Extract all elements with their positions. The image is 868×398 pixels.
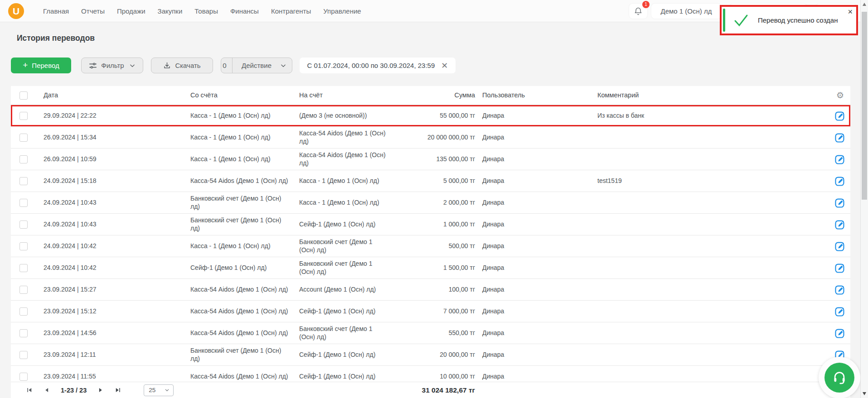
cell-amount: 550,00 тг <box>394 329 475 337</box>
table-row[interactable]: 24.09.2024 | 10:42Касса - 1 (Демо 1 (Осн… <box>11 235 850 257</box>
table-row[interactable]: 29.09.2024 | 22:22Касса - 1 (Демо 1 (Осн… <box>11 105 850 127</box>
row-checkbox[interactable] <box>19 351 28 359</box>
cell-date: 23.09.2024 | 14:56 <box>36 329 190 337</box>
cell-to-account: Банковский счет (Демо 1 (Осн) лд) <box>299 238 394 254</box>
table-row[interactable]: 24.09.2024 | 15:18Касса-54 Aidos (Демо 1… <box>11 170 850 192</box>
edit-icon[interactable] <box>834 262 846 274</box>
cell-amount: 20 000 000,00 тг <box>394 134 475 142</box>
support-chat-halo <box>819 357 860 398</box>
filter-button[interactable]: Фильтр <box>81 58 143 73</box>
column-header-user[interactable]: Пользователь <box>475 91 597 99</box>
edit-icon[interactable] <box>834 197 846 209</box>
scrollbar-thumb[interactable] <box>862 12 867 200</box>
row-checkbox[interactable] <box>19 373 28 381</box>
app-window: U ГлавнаяОтчетыПродажиЗакупкиТоварыФинан… <box>0 0 868 398</box>
filter-icon <box>89 62 97 70</box>
company-selector[interactable]: Демо 1 (Осн) лд <box>651 4 721 19</box>
row-checkbox-cell <box>11 329 36 337</box>
table-row[interactable]: 24.09.2024 | 10:43Банковский счет (Демо … <box>11 192 850 214</box>
nav-item-0[interactable]: Главная <box>43 7 69 15</box>
first-page-button[interactable] <box>26 387 33 393</box>
table-row[interactable]: 23.09.2024 | 12:11Банковский счет (Демо … <box>11 344 850 366</box>
cell-to-account: Касса - 1 (Демо 1 (Осн) лд) <box>299 177 394 185</box>
edit-icon[interactable] <box>834 110 846 122</box>
nav-item-6[interactable]: Контрагенты <box>271 7 311 15</box>
edit-icon[interactable] <box>834 240 846 252</box>
cell-date: 24.09.2024 | 10:43 <box>36 199 190 207</box>
nav-item-3[interactable]: Закупки <box>158 7 183 15</box>
cell-to-account: Банковский счет (Демо 1 (Осн) лд) <box>299 260 394 276</box>
edit-icon[interactable] <box>834 153 846 165</box>
clear-date-filter-icon[interactable]: ✕ <box>441 62 448 70</box>
edit-icon[interactable] <box>834 219 846 230</box>
next-page-button[interactable] <box>97 387 103 393</box>
cell-to-account: Банковский счет (Демо 1 (Осн) лд) <box>299 325 394 341</box>
toast-close-button[interactable]: × <box>848 8 853 16</box>
date-range-text: С 01.07.2024, 00:00 по 30.09.2024, 23:59 <box>307 62 435 69</box>
row-checkbox[interactable] <box>19 286 28 294</box>
logo-letter: U <box>13 6 19 17</box>
action-button[interactable]: 0 Действие <box>221 58 292 73</box>
previous-page-button[interactable] <box>44 387 50 393</box>
table-row[interactable]: 24.09.2024 | 10:42Сейф-1 (Демо 1 (Осн) л… <box>11 257 850 279</box>
table-row[interactable]: 26.09.2024 | 15:34Касса - 1 (Демо 1 (Осн… <box>11 127 850 149</box>
column-header-from-account[interactable]: Со счёта <box>190 91 299 99</box>
column-header-to-account[interactable]: На счёт <box>299 91 394 99</box>
nav-item-2[interactable]: Продажи <box>117 7 145 15</box>
cell-edit <box>829 153 850 165</box>
table-row[interactable]: 23.09.2024 | 15:12Касса-54 Aidos (Демо 1… <box>11 301 850 322</box>
download-button[interactable]: Скачать <box>151 58 213 73</box>
cell-to-account: Касса-54 Aidos (Демо 1 (Осн) лд) <box>299 151 394 167</box>
edit-icon[interactable] <box>834 327 846 339</box>
row-checkbox[interactable] <box>19 242 28 250</box>
column-header-date[interactable]: Дата <box>36 91 190 99</box>
edit-icon[interactable] <box>834 132 846 144</box>
cell-from-account: Касса-54 Aidos (Демо 1 (Осн) лд) <box>190 329 299 337</box>
row-checkbox[interactable] <box>19 221 28 229</box>
notifications-button[interactable]: 1 <box>629 4 647 19</box>
row-checkbox[interactable] <box>19 177 28 185</box>
column-header-amount[interactable]: Сумма <box>394 91 475 99</box>
scroll-down-arrow-icon[interactable] <box>863 392 866 395</box>
edit-icon[interactable] <box>834 306 846 317</box>
cell-from-account: Касса - 1 (Демо 1 (Осн) лд) <box>190 155 299 163</box>
app-logo[interactable]: U <box>8 3 24 19</box>
date-range-filter[interactable]: С 01.07.2024, 00:00 по 30.09.2024, 23:59… <box>300 58 456 73</box>
edit-icon[interactable] <box>834 175 846 187</box>
nav-item-5[interactable]: Финансы <box>230 7 259 15</box>
chevron-down-icon <box>165 388 170 393</box>
table-row[interactable]: 24.09.2024 | 10:43Банковский счет (Демо … <box>11 214 850 235</box>
table-row[interactable]: 26.09.2024 | 10:59Касса - 1 (Демо 1 (Осн… <box>11 149 850 170</box>
select-all-checkbox[interactable] <box>19 91 28 100</box>
column-header-comment[interactable]: Комментарий <box>597 91 836 99</box>
row-checkbox[interactable] <box>19 307 28 316</box>
row-checkbox[interactable] <box>19 199 28 207</box>
page-range-label: 1-23 / 23 <box>61 387 87 394</box>
nav-item-7[interactable]: Управление <box>323 7 361 15</box>
support-chat-button[interactable] <box>824 363 854 393</box>
edit-icon[interactable] <box>834 284 846 296</box>
cell-date: 29.09.2024 | 22:22 <box>36 112 190 120</box>
row-checkbox[interactable] <box>19 329 28 337</box>
vertical-scrollbar[interactable] <box>860 0 868 398</box>
scroll-up-arrow-icon[interactable] <box>863 3 866 6</box>
nav-item-4[interactable]: Товары <box>194 7 218 15</box>
table-settings-gear-icon[interactable]: ⚙ <box>836 90 844 101</box>
row-checkbox-cell <box>11 134 36 142</box>
row-checkbox[interactable] <box>19 155 28 163</box>
cell-from-account: Касса - 1 (Демо 1 (Осн) лд) <box>190 134 299 142</box>
page-size-select[interactable]: 25 <box>144 384 174 396</box>
table-row[interactable]: 23.09.2024 | 15:27Касса-54 Aidos (Демо 1… <box>11 279 850 301</box>
cell-edit <box>829 327 850 339</box>
row-checkbox[interactable] <box>19 134 28 142</box>
cell-user: Динара <box>475 112 597 120</box>
cell-to-account: Сейф-1 (Демо 1 (Осн) лд) <box>299 221 394 229</box>
table-row[interactable]: 23.09.2024 | 14:56Касса-54 Aidos (Демо 1… <box>11 322 850 344</box>
row-checkbox[interactable] <box>19 264 28 272</box>
nav-item-1[interactable]: Отчеты <box>81 7 105 15</box>
cell-user: Динара <box>475 351 597 359</box>
new-transfer-button[interactable]: + Перевод <box>11 58 71 73</box>
row-checkbox[interactable] <box>19 112 28 120</box>
cell-comment: Из кассы в банк <box>597 112 829 120</box>
last-page-button[interactable] <box>114 387 121 393</box>
